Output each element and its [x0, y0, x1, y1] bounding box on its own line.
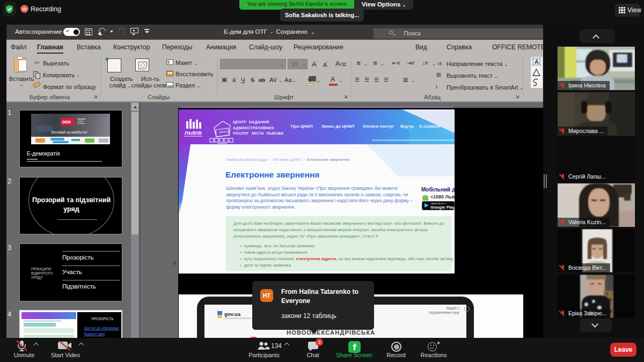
svg-text:A: A — [535, 58, 539, 65]
svg-text:ЦНАП: ЦНАП — [219, 130, 228, 134]
